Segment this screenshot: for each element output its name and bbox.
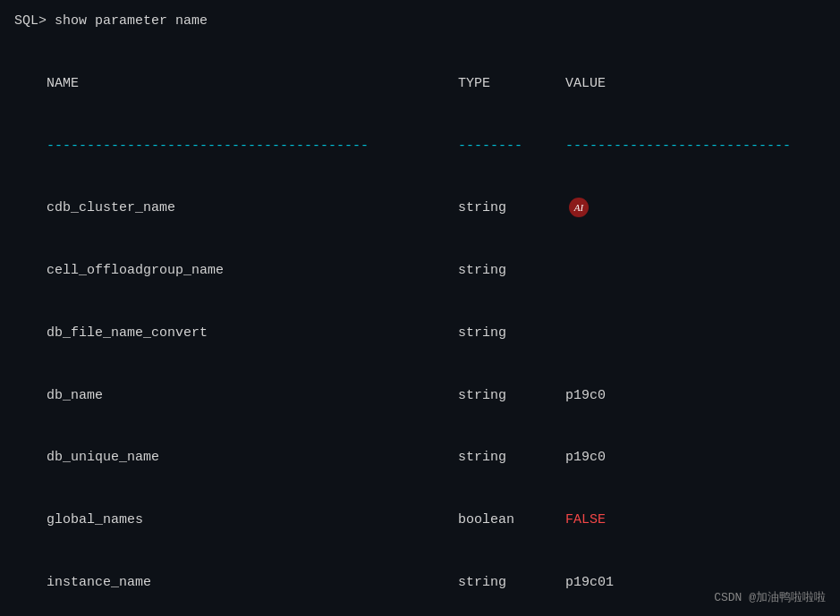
terminal-window: SQL> show parameter name NAMETYPEVALUE -…: [0, 0, 840, 616]
table-row: cell_offloadgroup_namestring: [14, 240, 826, 302]
value-col-header: VALUE: [565, 76, 606, 91]
type-col-header: TYPE: [458, 73, 565, 94]
table-row: db_namestringp19c0: [14, 364, 826, 426]
table-row: db_file_name_convertstring: [14, 302, 826, 365]
table-row: global_namesbooleanFALSE: [14, 489, 826, 552]
table-row: db_unique_namestringp19c0: [14, 426, 826, 489]
table-row: cdb_cluster_namestringAI: [14, 177, 826, 240]
watermark: CSDN @加油鸭啦啦啦: [714, 589, 826, 605]
ai-badge: AI: [569, 198, 589, 217]
separator-1: ----------------------------------------…: [14, 114, 826, 177]
blank-line-1: [14, 31, 826, 52]
table-row: instance_namestringp19c01: [14, 552, 826, 614]
table-header-1: NAMETYPEVALUE: [14, 53, 826, 115]
command-line-1: SQL> show parameter name: [14, 11, 826, 31]
name-col-header: NAME: [47, 73, 458, 94]
